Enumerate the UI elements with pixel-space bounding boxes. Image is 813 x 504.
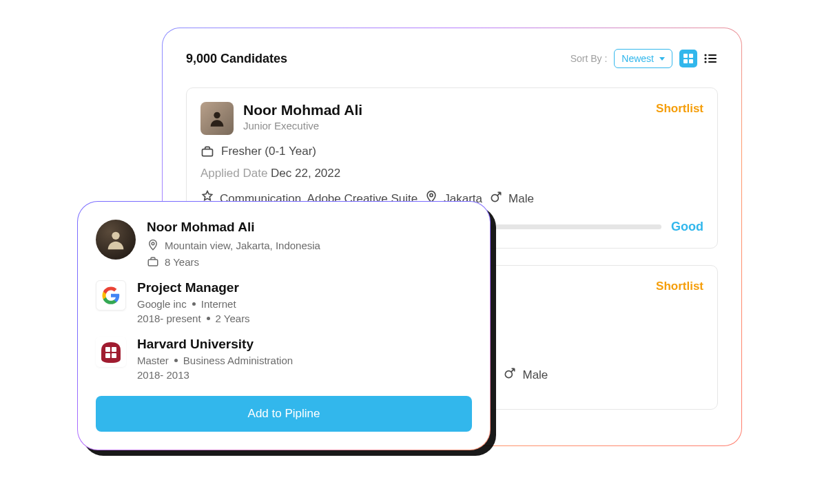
dot-separator-icon [174,359,178,362]
male-icon [489,190,503,207]
header-controls: Sort By : Newest [570,49,718,68]
gender-item: Male [503,366,548,384]
job-company: Google inc [137,298,187,310]
shortlist-button[interactable]: Shortlist [656,102,703,116]
candidate-name: Noor Mohmad Ali [243,102,362,118]
gender-item: Male [489,190,534,207]
job-section: Project Manager Google inc Internet 2018… [96,280,472,324]
experience-text: Fresher (0-1 Year) [221,145,316,158]
applied-date: Dec 22, 2022 [271,167,340,180]
svg-rect-0 [683,54,688,58]
svg-rect-18 [105,347,110,352]
svg-rect-20 [105,353,110,358]
candidate-title: Junior Executive [243,120,362,132]
job-period-row: 2018- present 2 Years [137,313,250,324]
degree: Master [137,355,169,366]
applied-label: Applied Date [200,167,267,180]
sort-by-label: Sort By : [570,53,608,64]
popup-location: Mountain view, Jakarta, Indonesia [165,240,320,251]
briefcase-icon [147,255,159,268]
avatar [96,220,136,260]
gender-text: Male [522,368,548,382]
dot-separator-icon [192,302,196,306]
view-toggle [679,50,718,67]
svg-point-12 [430,193,433,196]
shortlist-button[interactable]: Shortlist [656,280,703,293]
candidate-detail-popup: Noor Mohmad Ali Mountain view, Jakarta, … [77,201,491,450]
location-pin-icon [147,239,159,251]
applied-date-row: Applied Date Dec 22, 2022 [200,167,703,180]
edu-period-row: 2018- 2013 [137,369,293,381]
chevron-down-icon [659,57,665,61]
dot-separator-icon [207,317,210,320]
popup-experience: 8 Years [165,256,199,268]
experience-row: Fresher (0-1 Year) [200,145,703,158]
svg-point-6 [704,57,706,59]
card-identity: Noor Mohmad Ali Junior Executive [200,102,362,135]
svg-rect-19 [112,347,116,352]
school-name: Harvard University [137,337,293,352]
gender-text: Male [508,192,534,206]
candidate-count: 9,000 Candidates [186,52,287,66]
svg-rect-11 [203,149,213,156]
job-duration: 2 Years [216,313,250,324]
svg-rect-1 [689,54,693,58]
job-title: Project Manager [137,280,250,295]
svg-rect-3 [689,59,693,63]
svg-rect-9 [708,61,717,63]
svg-rect-2 [683,59,688,63]
svg-point-15 [112,232,119,240]
svg-rect-21 [112,353,116,358]
briefcase-icon [200,145,214,158]
svg-rect-5 [708,54,717,56]
meta-row: a Male [483,366,548,384]
list-view-icon[interactable] [703,51,718,66]
education-section: Harvard University Master Business Admin… [96,337,472,381]
degree-row: Master Business Administration [137,355,293,366]
svg-point-10 [214,112,220,118]
avatar [200,102,234,135]
job-period: 2018- present [137,313,201,324]
company-logo [96,280,126,311]
svg-point-4 [704,54,706,56]
popup-name: Noor Mohmad Ali [147,220,472,235]
male-icon [503,366,517,384]
popup-location-row: Mountain view, Jakarta, Indonesia [147,239,472,251]
job-industry: Internet [201,298,236,310]
add-to-pipeline-button[interactable]: Add to Pipline [96,396,472,432]
grid-view-icon[interactable] [679,50,697,67]
field: Business Administration [183,355,293,366]
popup-body: Noor Mohmad Ali Mountain view, Jakarta, … [78,202,490,450]
edu-period: 2018- 2013 [137,369,189,381]
svg-rect-7 [708,58,717,59]
popup-experience-row: 8 Years [147,255,472,268]
popup-header: Noor Mohmad Ali Mountain view, Jakarta, … [96,220,472,268]
card-header: Noor Mohmad Ali Junior Executive Shortli… [200,102,703,135]
svg-rect-17 [148,260,158,266]
svg-point-8 [704,61,706,63]
school-logo [96,337,126,367]
sort-value: Newest [621,53,654,64]
score-label: Good [671,220,703,234]
sort-dropdown[interactable]: Newest [614,49,672,68]
svg-point-16 [152,242,154,245]
panel-header: 9,000 Candidates Sort By : Newest [186,49,718,68]
job-company-row: Google inc Internet [137,298,250,310]
